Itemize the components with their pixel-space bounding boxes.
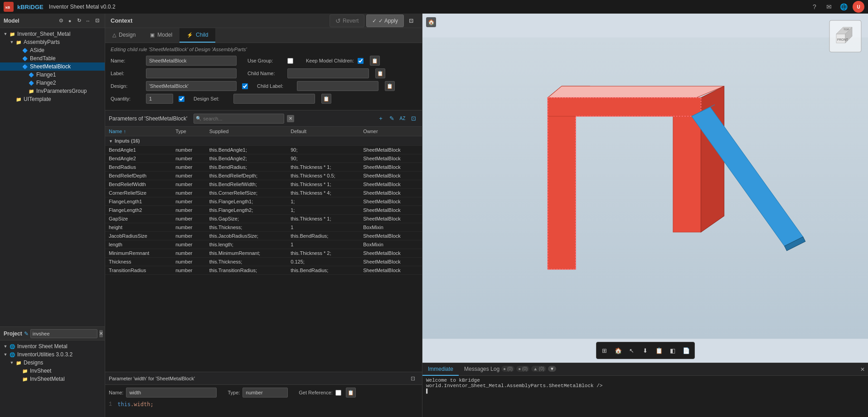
name-input[interactable] xyxy=(146,56,237,66)
vp-cursor-icon[interactable]: ↖ xyxy=(626,344,638,357)
mail-icon[interactable]: ✉ xyxy=(824,1,834,12)
table-row[interactable]: FlangeLength2numberthis.FlangeLength2;1;… xyxy=(105,206,422,215)
pd-type-input[interactable] xyxy=(242,388,288,398)
col-name[interactable]: Name ↑ xyxy=(105,127,172,136)
design-set-input[interactable] xyxy=(233,94,315,104)
tree-item-inventor_sheet_metal[interactable]: ▼📁Inventor_Sheet_Metal xyxy=(0,30,105,38)
context-maximize-icon[interactable]: ⊡ xyxy=(406,15,417,26)
pd-name-input[interactable] xyxy=(126,388,217,398)
tree-item-bend_table[interactable]: 🔷BendTable xyxy=(0,54,105,62)
model-icon2[interactable]: ● xyxy=(66,17,74,25)
tab-model[interactable]: ▣ Model xyxy=(143,28,179,43)
model-settings-icon[interactable]: ↔ xyxy=(84,17,92,25)
table-row[interactable]: BendReliefDepthnumberthis.BendReliefDept… xyxy=(105,172,422,180)
tree-item-sheet_metal_block[interactable]: 🔷SheetMetalBlock xyxy=(0,62,105,71)
proj-expand-arrow[interactable]: ▼ xyxy=(3,344,8,349)
param-cell-supplied: this.FlangeLength2; xyxy=(206,206,287,215)
param-group-row[interactable]: ▼Inputs (16) xyxy=(105,136,422,146)
expand-arrow[interactable]: ▼ xyxy=(9,39,15,45)
model-icon1[interactable]: ⊙ xyxy=(57,17,65,25)
table-row[interactable]: BendAngle1numberthis.BendAngle1;90;Sheet… xyxy=(105,146,422,154)
copy-icon-2[interactable]: 📋 xyxy=(375,68,385,78)
proj-expand-arrow[interactable]: ▼ xyxy=(3,352,8,357)
add-param-icon[interactable]: + xyxy=(376,114,386,124)
console-tab-messages[interactable]: Messages Log ● (0) ● (0) ▲ (0) ▼ xyxy=(459,363,562,376)
proj-tree-item-inv_sheet_metal[interactable]: 📁InvSheetMetal xyxy=(0,375,105,383)
table-row[interactable]: TransitionRadiusnumberthis.TransitionRad… xyxy=(105,266,422,275)
revert-button[interactable]: ↺ Revert xyxy=(330,14,364,27)
edit-param-icon[interactable]: ✎ xyxy=(387,114,397,124)
console-close-icon[interactable]: ✕ xyxy=(857,364,868,375)
col-supplied[interactable]: Supplied xyxy=(206,127,287,136)
design-checkbox[interactable] xyxy=(242,83,248,89)
vp-panel-icon[interactable]: ◧ xyxy=(666,344,679,357)
vp-export-icon[interactable]: 📄 xyxy=(680,344,693,357)
table-row[interactable]: GapSizenumberthis.GapSize;this.Thickness… xyxy=(105,215,422,223)
table-row[interactable]: BendReliefWidthnumberthis.BendReliefWidt… xyxy=(105,180,422,189)
user-avatar[interactable]: U xyxy=(853,1,864,13)
pd-copy-icon[interactable]: 📋 xyxy=(346,388,356,398)
table-row[interactable]: JacobRadiusSizenumberthis.JacobRadiusSiz… xyxy=(105,232,422,240)
console-tab-immediate[interactable]: Immediate xyxy=(422,363,459,376)
vp-grid-icon[interactable]: ⊞ xyxy=(598,344,611,357)
child-name-input[interactable] xyxy=(287,68,369,78)
apply-button[interactable]: ✓ ✓ Apply xyxy=(366,14,404,27)
tab-child[interactable]: ⚡ Child xyxy=(179,28,215,43)
copy-icon-1[interactable]: 📋 xyxy=(370,56,380,66)
view-cube[interactable]: FRONT TOP xyxy=(827,18,863,54)
params-search-input[interactable] xyxy=(194,114,284,124)
language-icon[interactable]: 🌐 xyxy=(838,1,849,12)
expand-arrow[interactable]: ▼ xyxy=(3,31,8,37)
params-search-clear[interactable]: ✕ xyxy=(287,115,294,122)
model-maximize-icon[interactable]: ⊡ xyxy=(93,17,101,25)
keep-model-children-checkbox[interactable] xyxy=(358,58,364,64)
copy-icon-4[interactable]: 📋 xyxy=(321,94,331,104)
proj-expand-arrow[interactable]: ▼ xyxy=(9,360,15,365)
tree-item-ui_template[interactable]: 📁UITemplate xyxy=(0,95,105,103)
pd-name-label: Name: xyxy=(109,390,123,395)
project-edit-icon[interactable]: ✎ xyxy=(24,331,29,337)
vp-copy-icon[interactable]: 📋 xyxy=(653,344,665,357)
table-row[interactable]: MinimumRemnantnumberthis.MinimumRemnant;… xyxy=(105,249,422,258)
home-button[interactable]: 🏠 xyxy=(426,17,436,29)
design-input[interactable] xyxy=(146,81,237,91)
pd-getref-checkbox[interactable] xyxy=(335,390,341,396)
project-search-clear[interactable]: ✕ xyxy=(99,330,103,337)
col-owner[interactable]: Owner xyxy=(359,127,422,136)
table-row[interactable]: BendAngle2numberthis.BendAngle2;90;Sheet… xyxy=(105,154,422,163)
proj-tree-item-inventor_sheet_metal_proj[interactable]: ▼🌐Inventor Sheet Metal xyxy=(0,342,105,350)
help-icon[interactable]: ? xyxy=(809,1,820,12)
tree-item-flange2[interactable]: 🔷Flange2 xyxy=(0,79,105,87)
tree-item-aside[interactable]: 🔷ASide xyxy=(0,46,105,54)
model-refresh-icon[interactable]: ↻ xyxy=(75,17,83,25)
proj-tree-item-inventor_utilities[interactable]: ▼🌐InventorUtilities 3.0.3.2 xyxy=(0,350,105,359)
expand-param-icon[interactable]: ⊡ xyxy=(408,114,418,124)
proj-tree-item-inv_sheet[interactable]: 📁InvSheet xyxy=(0,367,105,375)
vp-home-icon[interactable]: 🏠 xyxy=(612,344,625,357)
proj-tree-item-designs[interactable]: ▼📁Designs xyxy=(0,359,105,367)
tab-design[interactable]: △ Design xyxy=(105,28,143,43)
quantity-input[interactable] xyxy=(146,94,173,104)
expand-badge[interactable]: ▼ xyxy=(548,366,556,372)
svg-marker-4 xyxy=(548,98,701,116)
col-default[interactable]: Default xyxy=(287,127,359,136)
project-search-input[interactable] xyxy=(30,329,97,338)
col-type[interactable]: Type xyxy=(172,127,206,136)
child-label-input[interactable] xyxy=(297,81,378,91)
table-row[interactable]: CornerReliefSizenumberthis.CornerReliefS… xyxy=(105,189,422,197)
table-row[interactable]: heightnumberthis.Thickness;1BoxMixin xyxy=(105,223,422,232)
tree-item-inv_params_group[interactable]: 📁InvParametersGroup xyxy=(0,87,105,95)
param-detail-maximize[interactable]: ⊡ xyxy=(407,373,418,384)
tree-item-assembly_parts[interactable]: ▼📁AssemblyParts xyxy=(0,38,105,46)
label-input[interactable] xyxy=(146,68,237,78)
quantity-checkbox[interactable] xyxy=(179,96,184,102)
table-row[interactable]: Thicknessnumberthis.Thickness;0.125;Shee… xyxy=(105,258,422,266)
copy-icon-3[interactable]: 📋 xyxy=(385,81,395,91)
tree-item-flange1[interactable]: 🔷Flange1 xyxy=(0,71,105,79)
vp-zoom-icon[interactable]: ⬇ xyxy=(639,344,652,357)
sort-az-icon[interactable]: AZ xyxy=(398,114,407,124)
table-row[interactable]: FlangeLength1numberthis.FlangeLength1;1;… xyxy=(105,197,422,206)
table-row[interactable]: BendRadiusnumberthis.BendRadius;this.Thi… xyxy=(105,163,422,172)
use-group-checkbox[interactable] xyxy=(287,58,293,64)
table-row[interactable]: lengthnumberthis.length;1BoxMixin xyxy=(105,240,422,249)
